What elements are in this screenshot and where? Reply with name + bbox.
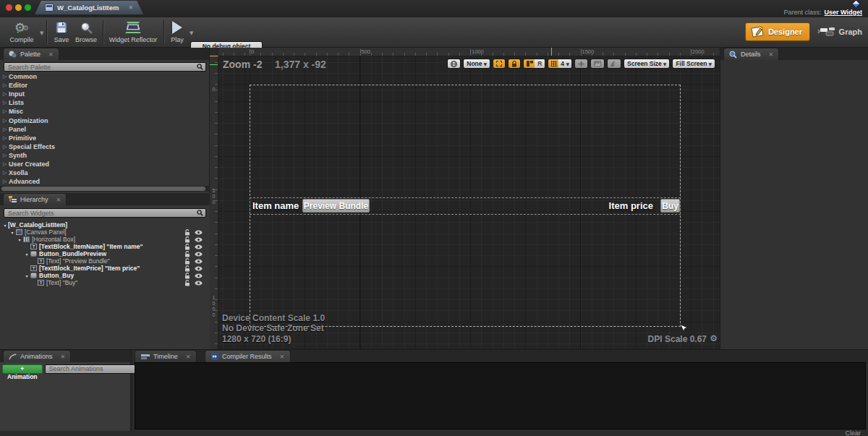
unlocked-padlock-icon[interactable]: [184, 273, 190, 279]
flag-dropdown[interactable]: None▼: [463, 59, 490, 69]
eye-icon[interactable]: [195, 273, 203, 278]
scrollbar-handle[interactable]: [1, 187, 205, 191]
hierarchy-tree-row[interactable]: ▾ Button_BundlePreview: [0, 250, 210, 257]
expander-icon[interactable]: ▾: [2, 223, 8, 228]
flip-preview-button[interactable]: [607, 59, 621, 69]
palette-category-row[interactable]: ▷ Input: [0, 90, 210, 98]
eye-icon[interactable]: [195, 252, 203, 257]
tab-hierarchy[interactable]: Hierarchy ✕: [3, 193, 67, 205]
widget-reflector-button[interactable]: Widget Reflector: [107, 20, 159, 46]
expander-icon[interactable]: ▾: [24, 273, 30, 278]
snap-grid-size[interactable]: 4 ▼: [558, 59, 571, 68]
item-name-textblock[interactable]: Item name: [252, 200, 299, 211]
r-toggle[interactable]: R: [535, 59, 545, 68]
hierarchy-tree-row[interactable]: ▾ [Canvas Panel]: [0, 228, 210, 236]
palette-category-row[interactable]: ▷ Panel: [0, 125, 210, 134]
graph-mode-button[interactable]: Graph: [820, 24, 862, 40]
hierarchy-search[interactable]: [4, 208, 206, 218]
palette-search[interactable]: [4, 62, 206, 72]
canvas-grid[interactable]: Zoom -2 1,377 x -92 None▼ R: [218, 56, 720, 349]
item-price-textblock[interactable]: Item price: [609, 200, 653, 211]
outline-toggle-button[interactable]: [493, 59, 506, 69]
palette-category-row[interactable]: ▷ User Created: [0, 160, 210, 168]
eye-icon[interactable]: [195, 259, 203, 264]
eye-icon[interactable]: [195, 230, 203, 235]
hierarchy-tree-row[interactable]: ▾ [Horizontal Box]: [0, 236, 210, 243]
eye-icon[interactable]: [195, 281, 203, 286]
buy-button[interactable]: Buy: [660, 199, 680, 213]
compile-button[interactable]: ⚙⚙✓ Compile: [6, 20, 38, 46]
maximize-window-icon[interactable]: [25, 4, 31, 11]
expander-icon[interactable]: ▷: [3, 153, 9, 158]
compiler-results-log[interactable]: [135, 362, 866, 429]
compile-options-caret-icon[interactable]: ▼: [40, 30, 43, 36]
expander-icon[interactable]: ▾: [24, 252, 30, 257]
unlocked-padlock-icon[interactable]: [184, 258, 190, 265]
designer-mode-button[interactable]: Designer: [745, 22, 810, 41]
palette-horizontal-scrollbar[interactable]: [0, 186, 210, 192]
expander-icon[interactable]: ▷: [3, 91, 9, 97]
parent-class-link[interactable]: User Widget: [825, 9, 862, 16]
expander-icon[interactable]: ▷: [3, 82, 9, 88]
palette-category-row[interactable]: ▷ Special Effects: [0, 142, 210, 151]
hierarchy-tree-row[interactable]: ▾ [W_CatalogListItem]: [0, 221, 210, 228]
animations-search-input[interactable]: [46, 365, 136, 372]
eye-icon[interactable]: [195, 237, 203, 242]
tab-details[interactable]: Details ✕: [723, 48, 779, 60]
tab-timeline[interactable]: Timeline ✕: [135, 350, 197, 362]
expander-icon[interactable]: ▷: [3, 108, 9, 114]
expander-icon[interactable]: ▷: [3, 135, 9, 141]
lock-toggle-button[interactable]: [508, 59, 521, 69]
preview-bundle-button[interactable]: Preview Bundle: [302, 199, 370, 213]
expander-icon[interactable]: ▷: [3, 118, 9, 124]
close-palette-tab-icon[interactable]: ✕: [48, 51, 54, 58]
hierarchy-tree-row[interactable]: [TextBlock_ItemName] "Item name": [0, 243, 210, 250]
close-hierarchy-tab-icon[interactable]: ✕: [56, 197, 61, 203]
preview-background-button[interactable]: [590, 59, 605, 69]
palette-category-row[interactable]: ▷ Editor: [0, 81, 210, 90]
unlocked-padlock-icon[interactable]: [184, 229, 190, 236]
respect-locks-button[interactable]: R: [523, 59, 545, 69]
dpi-settings-gear-icon[interactable]: ⚙: [710, 333, 718, 343]
expander-icon[interactable]: ▷: [3, 179, 9, 184]
eye-icon[interactable]: [195, 266, 203, 271]
expander-icon[interactable]: ▷: [3, 144, 9, 150]
tab-palette[interactable]: Palette ✕: [3, 48, 59, 60]
unlocked-padlock-icon[interactable]: [184, 265, 190, 272]
hierarchy-tree-row[interactable]: [Text] "Preview Bundle": [0, 257, 210, 265]
unlocked-padlock-icon[interactable]: [184, 280, 190, 286]
expander-icon[interactable]: ▷: [3, 100, 9, 106]
expander-icon[interactable]: ▷: [3, 74, 9, 80]
play-button[interactable]: Play: [168, 20, 187, 46]
animations-search[interactable]: [45, 364, 145, 374]
expander-icon[interactable]: ▷: [3, 127, 9, 132]
close-timeline-tab-icon[interactable]: ✕: [186, 354, 191, 360]
close-animations-tab-icon[interactable]: ✕: [61, 354, 66, 360]
close-details-tab-icon[interactable]: ✕: [769, 51, 774, 58]
horizontal-box-outline[interactable]: Item name Preview Bundle Item price Buy: [250, 197, 681, 215]
anchor-tool-button[interactable]: [574, 59, 588, 69]
play-options-caret-icon[interactable]: ▼: [190, 30, 193, 36]
add-animation-button[interactable]: + Animation: [2, 364, 43, 374]
palette-category-row[interactable]: ▷ Advanced: [0, 177, 210, 186]
palette-category-row[interactable]: ▷ Common: [0, 72, 210, 81]
expander-icon[interactable]: ▾: [17, 237, 22, 242]
asset-tab[interactable]: W_CatalogListItem ✕: [35, 1, 143, 14]
eye-icon[interactable]: [195, 244, 203, 249]
tab-animations[interactable]: Animations ✕: [3, 350, 71, 362]
palette-category-row[interactable]: ▷ Lists: [0, 98, 210, 107]
expander-icon[interactable]: ▷: [3, 170, 9, 176]
hierarchy-tree-row[interactable]: ▾ Button_Buy: [0, 272, 210, 279]
unlocked-padlock-icon[interactable]: [184, 236, 190, 243]
fill-screen-dropdown[interactable]: Fill Screen▼: [672, 59, 715, 69]
palette-category-row[interactable]: ▷ Primitive: [0, 134, 210, 142]
palette-category-row[interactable]: ▷ Optimization: [0, 116, 210, 124]
localization-preview-button[interactable]: [447, 59, 461, 69]
palette-category-row[interactable]: ▷ Synth: [0, 151, 210, 160]
close-compiler-tab-icon[interactable]: ✕: [280, 354, 285, 360]
browse-button[interactable]: Browse: [72, 20, 100, 46]
hierarchy-tree-row[interactable]: [Text] "Buy": [0, 279, 210, 286]
expander-icon[interactable]: ▷: [3, 161, 9, 167]
hierarchy-tree-row[interactable]: [TextBlock_ItemPrice] "Item price": [0, 265, 210, 272]
hierarchy-search-input[interactable]: [4, 210, 197, 217]
